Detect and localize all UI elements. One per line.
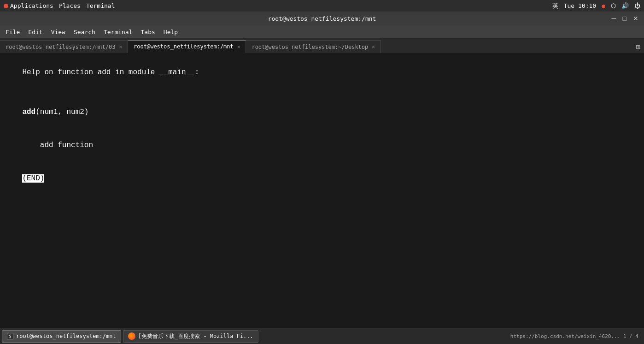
system-bar-left: Applications Places Terminal	[4, 2, 115, 9]
terminal-taskbar-icon: $	[7, 333, 13, 339]
menu-bar: File Edit View Search Terminal Tabs Help	[0, 25, 644, 38]
taskbar: $ root@westos_netfilesystem:/mnt [免费音乐下载…	[0, 328, 644, 344]
function-name: add	[22, 108, 35, 116]
tab-mnt-close[interactable]: ✕	[237, 44, 240, 50]
maximize-button[interactable]: □	[621, 15, 628, 22]
taskbar-terminal[interactable]: $ root@westos_netfilesystem:/mnt	[2, 330, 121, 343]
function-args: (num1, num2)	[35, 108, 88, 116]
applications-menu[interactable]: Applications	[4, 2, 53, 9]
tab-desktop[interactable]: root@westos_netfilesystem:~/Desktop ✕	[246, 40, 381, 53]
add-function-text: add function	[22, 141, 93, 149]
tab-mnt-active[interactable]: root@westos_netfilesystem:/mnt ✕	[128, 40, 246, 53]
taskbar-url-text: https://blog.csdn.net/weixin_4620... 1 /…	[510, 333, 638, 339]
taskbar-terminal-label: root@westos_netfilesystem:/mnt	[16, 333, 116, 339]
help-line-2: add(num1, num2)	[5, 95, 639, 129]
tab-mnt-03[interactable]: root@westos_netfilesystem:/mnt/03 ✕	[0, 40, 128, 53]
taskbar-status: https://blog.csdn.net/weixin_4620... 1 /…	[510, 333, 642, 339]
power-icon[interactable]: ⏻	[634, 2, 640, 9]
help-line-1: Help on function add in module __main__:	[5, 56, 639, 89]
tab-mnt-03-close[interactable]: ✕	[119, 44, 122, 50]
help-line-4: (END)	[5, 162, 639, 195]
tab-mnt-03-label: root@westos_netfilesystem:/mnt/03	[6, 44, 115, 50]
system-bar: Applications Places Terminal 英 Tue 10:10…	[0, 0, 644, 12]
menu-tabs[interactable]: Tabs	[137, 28, 159, 36]
taskbar-firefox-label: [免费音乐下载_百度搜索 - Mozilla Fi...	[138, 332, 253, 340]
taskbar-firefox[interactable]: [免费音乐下载_百度搜索 - Mozilla Fi...	[123, 330, 258, 343]
terminal-label: Terminal	[86, 2, 115, 9]
record-dot: ●	[602, 2, 605, 9]
window-title: root@westos_netfilesystem:/mnt	[268, 15, 376, 22]
terminal-menu[interactable]: Terminal	[86, 2, 115, 9]
menu-help[interactable]: Help	[160, 28, 181, 36]
places-label: Places	[59, 2, 81, 9]
title-bar: root@westos_netfilesystem:/mnt ─ □ ✕	[0, 12, 644, 25]
datetime-display: Tue 10:10	[564, 2, 596, 9]
help-text: Help on function add in module __main__:	[22, 68, 199, 77]
menu-edit[interactable]: Edit	[24, 28, 46, 36]
places-menu[interactable]: Places	[59, 2, 81, 9]
minimize-button[interactable]: ─	[610, 15, 618, 22]
window-controls: ─ □ ✕	[610, 15, 640, 22]
blank-line	[5, 89, 639, 95]
language-indicator: 英	[552, 2, 558, 10]
firefox-icon	[128, 332, 135, 340]
tab-desktop-label: root@westos_netfilesystem:~/Desktop	[252, 44, 368, 50]
applications-label: Applications	[10, 2, 53, 9]
menu-search[interactable]: Search	[70, 28, 99, 36]
help-line-3: add function	[5, 129, 639, 162]
end-marker: (END)	[22, 174, 44, 183]
network-icon: ⬡	[611, 2, 616, 9]
tab-mnt-label: root@westos_netfilesystem:/mnt	[134, 43, 234, 50]
close-button[interactable]: ✕	[631, 15, 640, 22]
system-bar-right: 英 Tue 10:10 ● ⬡ 🔊 ⏻	[552, 2, 640, 10]
new-tab-button[interactable]: ⊞	[632, 40, 644, 53]
menu-view[interactable]: View	[47, 28, 69, 36]
menu-terminal[interactable]: Terminal	[100, 28, 136, 36]
terminal-content[interactable]: Help on function add in module __main__:…	[0, 53, 644, 328]
tab-desktop-close[interactable]: ✕	[372, 44, 375, 50]
red-dot-icon	[4, 4, 8, 8]
volume-icon: 🔊	[621, 2, 629, 9]
tab-bar: root@westos_netfilesystem:/mnt/03 ✕ root…	[0, 38, 644, 53]
menu-file[interactable]: File	[2, 28, 23, 36]
new-tab-icon: ⊞	[636, 42, 640, 51]
